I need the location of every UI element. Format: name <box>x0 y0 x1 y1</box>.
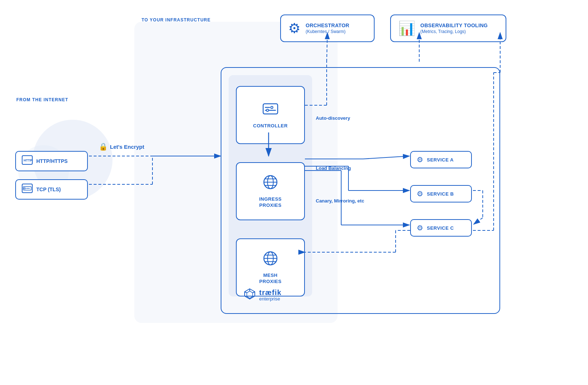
orchestrator-title: ORCHESTRATOR <box>306 22 350 28</box>
controller-box: CONTROLLER <box>236 86 305 144</box>
mesh-label: MESHPROXIES <box>259 273 281 285</box>
ingress-box: INGRESSPROXIES <box>236 162 305 220</box>
ingress-icon <box>262 174 278 193</box>
svg-marker-16 <box>247 291 253 298</box>
service-c-icon: ⚙ <box>417 224 423 232</box>
observability-title: OBSERVABILITY TOOLING <box>420 22 488 28</box>
svg-point-24 <box>24 188 25 189</box>
ingress-label: INGRESSPROXIES <box>259 196 282 209</box>
orchestrator-icon: ⚙ <box>288 20 301 36</box>
orchestrator-subtitle: (Kuberntes / Swarm) <box>306 29 350 34</box>
tcp-icon <box>22 184 33 195</box>
lets-encrypt: 🔒 Let's Encrypt <box>99 142 144 151</box>
from-internet-label: FROM THE INTERNET <box>16 97 68 102</box>
traefik-logo-text: træfik enterprise <box>259 288 282 302</box>
traefik-enterprise: enterprise <box>259 296 282 302</box>
svg-point-2 <box>271 106 273 108</box>
canary-label: Canary, Mirroring, etc <box>316 198 364 204</box>
auto-discovery-label: Auto-discovery <box>316 115 350 121</box>
traefik-logo-icon <box>243 287 256 303</box>
http-box: HTTP HTTP/HTTPS <box>15 151 88 171</box>
http-icon: HTTP <box>22 155 33 167</box>
service-b-icon: ⚙ <box>417 189 423 198</box>
to-infra-label: TO YOUR INFRASTRUCTURE <box>142 17 211 22</box>
controller-icon <box>262 101 278 120</box>
lets-encrypt-label: Let's Encrypt <box>110 144 144 150</box>
tcp-box: TCP (TLS) <box>15 179 88 200</box>
observability-subtitle: (Metrics, Tracing, Logs) <box>420 29 488 34</box>
mesh-icon <box>262 250 278 270</box>
diagram-container: TO YOUR INFRASTRUCTURE FROM THE INTERNET… <box>0 0 588 385</box>
orchestrator-text: ORCHESTRATOR (Kuberntes / Swarm) <box>306 22 350 34</box>
observability-box: 📊 OBSERVABILITY TOOLING (Metrics, Tracin… <box>390 15 506 42</box>
service-c-label: SERVICE C <box>427 225 454 231</box>
service-a-label: SERVICE A <box>427 157 454 163</box>
controller-label: CONTROLLER <box>253 123 287 129</box>
service-b-box: ⚙ SERVICE B <box>410 185 472 202</box>
orchestrator-box: ⚙ ORCHESTRATOR (Kuberntes / Swarm) <box>280 15 375 42</box>
lets-encrypt-icon: 🔒 <box>99 142 108 151</box>
service-b-label: SERVICE B <box>427 191 454 197</box>
service-a-icon: ⚙ <box>417 155 423 164</box>
svg-rect-0 <box>263 104 278 114</box>
http-label: HTTP/HTTPS <box>36 158 68 164</box>
load-balancing-label: Load Balancing <box>316 165 351 171</box>
traefik-logo: træfik enterprise <box>243 287 282 303</box>
svg-point-4 <box>266 109 269 111</box>
tcp-label: TCP (TLS) <box>36 187 61 192</box>
traefik-name: træfik <box>259 288 282 296</box>
svg-text:HTTP: HTTP <box>24 159 32 162</box>
observability-icon: 📊 <box>398 20 415 36</box>
service-c-box: ⚙ SERVICE C <box>410 219 472 237</box>
service-a-box: ⚙ SERVICE A <box>410 151 472 168</box>
observability-text: OBSERVABILITY TOOLING (Metrics, Tracing,… <box>420 22 488 34</box>
